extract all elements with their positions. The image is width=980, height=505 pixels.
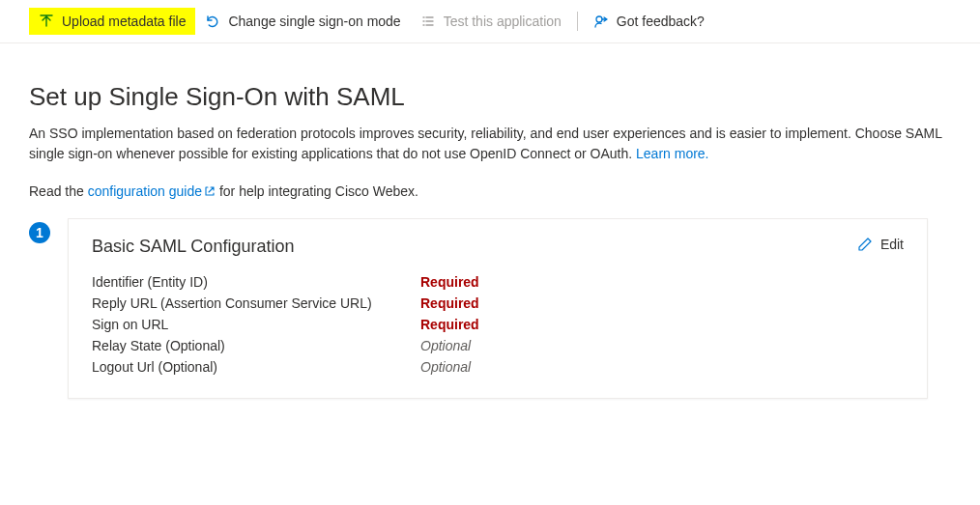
field-label: Sign on URL <box>92 317 420 332</box>
field-label: Identifier (Entity ID) <box>92 274 420 290</box>
checklist-icon <box>420 14 436 29</box>
field-label: Reply URL (Assertion Consumer Service UR… <box>92 295 420 311</box>
svg-point-0 <box>596 16 602 22</box>
learn-more-link[interactable]: Learn more. <box>636 146 708 161</box>
change-mode-button[interactable]: Change single sign-on mode <box>195 8 410 35</box>
field-label: Relay State (Optional) <box>92 338 420 353</box>
upload-icon <box>39 14 54 29</box>
upload-metadata-button[interactable]: Upload metadata file <box>29 8 195 35</box>
desc-text: An SSO implementation based on federatio… <box>29 126 941 161</box>
configuration-guide-link[interactable]: configuration guide <box>88 183 216 199</box>
fields-grid: Identifier (Entity ID)RequiredReply URL … <box>92 274 904 375</box>
field-value: Optional <box>420 359 904 375</box>
undo-icon <box>205 14 220 29</box>
field-value: Required <box>420 317 904 332</box>
field-value: Optional <box>420 338 904 353</box>
guide-text: Read the configuration guide for help in… <box>29 183 951 199</box>
main-content: Set up Single Sign-On with SAML An SSO i… <box>0 43 980 437</box>
feedback-label: Got feedback? <box>617 14 705 29</box>
step-number-badge: 1 <box>29 222 50 243</box>
basic-saml-card: Basic SAML Configuration Edit Identifier… <box>68 218 928 399</box>
toolbar: Upload metadata file Change single sign-… <box>0 0 980 43</box>
test-application-button: Test this application <box>411 8 571 35</box>
change-mode-label: Change single sign-on mode <box>228 14 400 29</box>
field-label: Logout Url (Optional) <box>92 359 420 375</box>
feedback-icon <box>593 14 609 29</box>
test-application-label: Test this application <box>444 14 562 29</box>
pencil-icon <box>857 237 873 252</box>
feedback-button[interactable]: Got feedback? <box>584 8 714 35</box>
step-1-row: 1 Basic SAML Configuration Edit Identifi… <box>29 218 951 399</box>
guide-suffix: for help integrating Cisco Webex. <box>216 183 418 199</box>
guide-link-text: configuration guide <box>88 183 202 199</box>
field-value: Required <box>420 274 904 290</box>
external-link-icon <box>204 184 216 196</box>
edit-label: Edit <box>880 237 904 252</box>
page-description: An SSO implementation based on federatio… <box>29 124 951 164</box>
upload-metadata-label: Upload metadata file <box>62 14 186 29</box>
guide-prefix: Read the <box>29 183 88 199</box>
card-title: Basic SAML Configuration <box>92 237 904 257</box>
field-value: Required <box>420 295 904 311</box>
page-title: Set up Single Sign-On with SAML <box>29 82 951 112</box>
edit-button[interactable]: Edit <box>857 237 904 252</box>
toolbar-separator <box>577 12 578 31</box>
